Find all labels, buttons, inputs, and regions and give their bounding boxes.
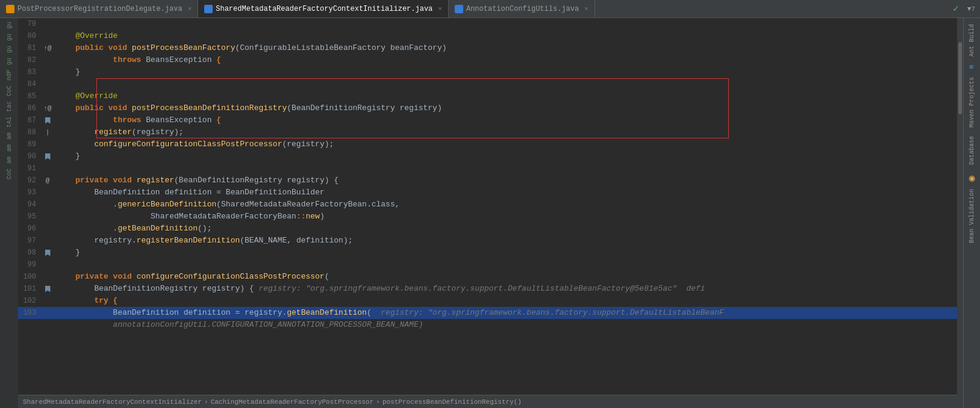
gutter-102 [41, 295, 54, 307]
sidebar-label-am3[interactable]: am [6, 156, 13, 164]
code-line-89: 89 configureConfigurationClassPostProces… [18, 138, 957, 150]
code-text-84 [54, 78, 957, 90]
code-lines: 79 80 @Override 81 ↑ [18, 18, 957, 331]
code-line-100: 100 private void configureConfigurationC… [18, 271, 957, 283]
bookmark-icon-98 [45, 250, 51, 256]
code-line-80: 80 @Override [18, 30, 957, 42]
code-line-95: 95 SharedMetadataReaderFactoryBean::new) [18, 211, 957, 223]
line-num-95: 95 [18, 211, 41, 223]
gutter-94 [41, 199, 54, 211]
line-num-96: 96 [18, 223, 41, 235]
status-bar: SharedMetadataReaderFactoryContextInitia… [18, 395, 957, 408]
sidebar-label-am2[interactable]: am [6, 144, 13, 152]
line-num-98: 98 [18, 247, 41, 259]
line-num-79: 79 [18, 18, 41, 30]
gutter-88: | [41, 126, 54, 138]
tab-close-sharedmetadata[interactable]: × [438, 5, 442, 13]
code-text-87: throws BeansException { [54, 114, 957, 126]
code-text-91 [54, 162, 957, 175]
line-num-104 [18, 319, 41, 331]
breadcrumb-arrow-1: › [204, 398, 208, 406]
tool-bean-validation[interactable]: Bean Validation [967, 185, 976, 247]
sidebar-label-tac[interactable]: tac [6, 101, 13, 112]
line-num-80: 80 [18, 30, 41, 42]
sidebar-labels: gu gu gu gu ndP CoC tac tAl am am am CoC [0, 18, 18, 408]
code-line-101: 101 BeanDefinitionRegistry registry) { r… [18, 283, 957, 295]
gutter-87 [41, 114, 54, 126]
sidebar-label-coc[interactable]: CoC [6, 85, 13, 96]
code-scroll[interactable]: 79 80 @Override 81 ↑ [18, 18, 957, 395]
code-line-82: 82 throws BeansException { [18, 54, 957, 66]
line-num-99: 99 [18, 259, 41, 271]
gutter-85 [41, 90, 54, 102]
tab-icon-sharedmetadata [204, 5, 213, 13]
code-line-93: 93 BeanDefinition definition = BeanDefin… [18, 187, 957, 199]
tab-close-postprocessor[interactable]: × [188, 5, 192, 13]
code-line-88: 88 | register(registry); [18, 126, 957, 138]
gutter-82 [41, 54, 54, 66]
gutter-icon-81: ↑ [43, 42, 48, 54]
tool-database[interactable]: Database [967, 132, 976, 168]
sidebar-label-gu2[interactable]: gu [6, 34, 13, 41]
code-line-79: 79 [18, 18, 957, 30]
code-text-101: BeanDefinitionRegistry registry) { regis… [54, 283, 957, 295]
code-text-80: @Override [54, 30, 957, 42]
breadcrumb-item-1: SharedMetadataReaderFactoryContextInitia… [23, 398, 202, 406]
code-line-83: 83 } [18, 66, 957, 78]
scrollbar[interactable] [957, 18, 963, 408]
sidebar-label-gu3[interactable]: gu [6, 46, 13, 53]
line-num-89: 89 [18, 138, 41, 150]
tab-overflow-icon: ▼ [967, 5, 972, 13]
line-num-100: 100 [18, 271, 41, 283]
gutter-at-81: @ [48, 42, 52, 54]
code-text-102: try { [54, 295, 957, 307]
line-num-85: 85 [18, 90, 41, 102]
line-num-88: 88 [18, 126, 41, 138]
code-line-81: 81 ↑ @ public void postProcessBeanFactor… [18, 42, 957, 54]
tool-m[interactable]: m [967, 61, 976, 72]
at-icon-92: @ [46, 175, 50, 187]
sidebar-label-coc2[interactable]: CoC [6, 168, 13, 179]
gutter-103 [41, 307, 54, 319]
tab-close-annotationconfig[interactable]: × [584, 5, 588, 13]
gutter-86: ↑ @ [41, 102, 54, 114]
gutter-91 [41, 162, 54, 175]
sidebar-label-gu1[interactable]: gu [6, 22, 13, 29]
sidebar-label-tai[interactable]: tAl [6, 117, 13, 128]
code-text-98: } [54, 247, 957, 259]
code-text-85: @Override [54, 90, 957, 102]
tool-ant-build[interactable]: Ant Build [967, 20, 976, 60]
code-line-102: 102 try { [18, 295, 957, 307]
scrollbar-thumb[interactable] [958, 42, 962, 114]
tab-icon-annotationconfig [455, 5, 463, 13]
line-num-97: 97 [18, 235, 41, 247]
gutter-101 [41, 283, 54, 295]
gutter-97 [41, 235, 54, 247]
tool-maven[interactable]: Maven Projects [967, 73, 976, 131]
tab-annotationconfig[interactable]: AnnotationConfigUtils.java × [449, 0, 595, 17]
line-num-94: 94 [18, 199, 41, 211]
code-text-104: annotationConfigUtil.CONFIGURATION_ANNOT… [54, 319, 957, 331]
gutter-95 [41, 211, 54, 223]
line-num-84: 84 [18, 78, 41, 90]
line-num-86: 86 [18, 102, 41, 114]
sidebar-label-ndp[interactable]: ndP [6, 70, 13, 81]
line-num-93: 93 [18, 187, 41, 199]
sidebar-label-am1[interactable]: am [6, 132, 13, 140]
sidebar-label-gu4[interactable]: gu [6, 58, 13, 65]
code-line-91: 91 [18, 162, 957, 175]
breadcrumb-item-2: CachingMetadataReaderFactoryPostProcesso… [211, 398, 374, 406]
code-text-100: private void configureConfigurationClass… [54, 271, 957, 283]
main-area: gu gu gu gu ndP CoC tac tAl am am am CoC… [0, 18, 980, 408]
code-text-99 [54, 259, 957, 271]
gutter-81: ↑ @ [41, 42, 54, 54]
code-text-81: public void postProcessBeanFactory(Confi… [54, 42, 957, 54]
code-text-103: BeanDefinition definition = registry.get… [54, 307, 957, 319]
breadcrumb-item-3: postProcessBeanDefinitionRegistry() [382, 398, 522, 406]
line-num-81: 81 [18, 42, 41, 54]
code-line-94: 94 .genericBeanDefinition(SharedMetadata… [18, 199, 957, 211]
breadcrumb-arrow-2: › [376, 398, 380, 406]
tab-postprocessor[interactable]: PostProcessorRegistrationDelegate.java × [0, 0, 198, 17]
tab-sharedmetadata[interactable]: SharedMetadataReaderFactoryContextInitia… [198, 0, 449, 17]
gutter-89 [41, 138, 54, 150]
